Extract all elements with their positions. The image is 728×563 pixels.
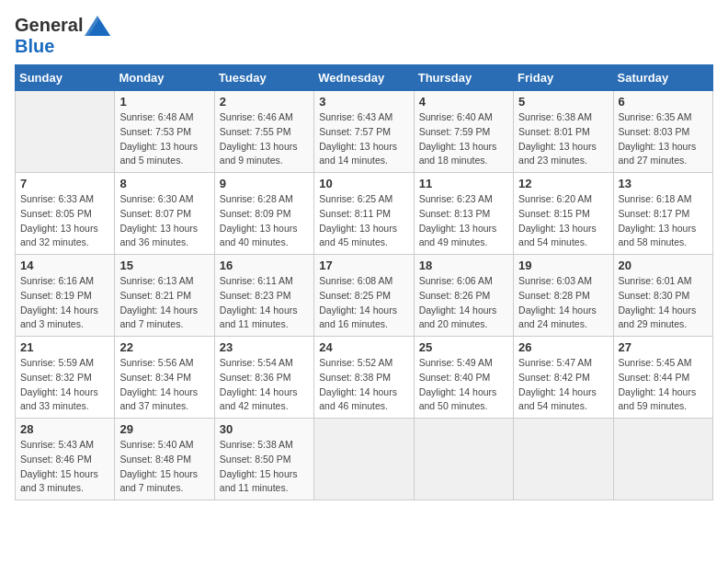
calendar-table: SundayMondayTuesdayWednesdayThursdayFrid… bbox=[15, 64, 713, 500]
day-number: 10 bbox=[319, 177, 408, 190]
day-info: Sunrise: 6:06 AMSunset: 8:26 PMDaylight:… bbox=[419, 274, 508, 332]
day-info: Sunrise: 6:20 AMSunset: 8:15 PMDaylight:… bbox=[518, 192, 608, 250]
calendar-cell: 9Sunrise: 6:28 AMSunset: 8:09 PMDaylight… bbox=[214, 173, 313, 255]
day-info: Sunrise: 6:30 AMSunset: 8:07 PMDaylight:… bbox=[119, 192, 209, 250]
calendar-week-2: 7Sunrise: 6:33 AMSunset: 8:05 PMDaylight… bbox=[16, 173, 713, 255]
calendar-cell: 11Sunrise: 6:23 AMSunset: 8:13 PMDayligh… bbox=[414, 173, 513, 255]
calendar-cell: 25Sunrise: 5:49 AMSunset: 8:40 PMDayligh… bbox=[414, 337, 513, 419]
day-header-wednesday: Wednesday bbox=[314, 65, 414, 91]
day-info: Sunrise: 5:45 AMSunset: 8:44 PMDaylight:… bbox=[619, 356, 708, 414]
calendar-week-5: 28Sunrise: 5:43 AMSunset: 8:46 PMDayligh… bbox=[16, 419, 713, 500]
calendar-cell: 10Sunrise: 6:25 AMSunset: 8:11 PMDayligh… bbox=[314, 173, 414, 255]
day-number: 9 bbox=[220, 177, 309, 190]
day-number: 6 bbox=[619, 95, 708, 109]
day-info: Sunrise: 6:25 AMSunset: 8:11 PMDaylight:… bbox=[319, 192, 408, 250]
day-number: 3 bbox=[319, 95, 408, 109]
day-number: 5 bbox=[518, 95, 608, 109]
day-number: 1 bbox=[119, 95, 209, 109]
day-number: 2 bbox=[220, 95, 309, 109]
calendar-cell: 21Sunrise: 5:59 AMSunset: 8:32 PMDayligh… bbox=[16, 337, 115, 419]
day-number: 7 bbox=[20, 177, 109, 190]
day-info: Sunrise: 5:54 AMSunset: 8:36 PMDaylight:… bbox=[220, 356, 309, 414]
calendar-header-row: SundayMondayTuesdayWednesdayThursdayFrid… bbox=[16, 65, 713, 91]
day-info: Sunrise: 6:08 AMSunset: 8:25 PMDaylight:… bbox=[319, 274, 408, 332]
calendar-cell: 18Sunrise: 6:06 AMSunset: 8:26 PMDayligh… bbox=[414, 255, 513, 337]
day-number: 22 bbox=[119, 340, 209, 354]
day-number: 29 bbox=[119, 422, 209, 436]
calendar-cell: 24Sunrise: 5:52 AMSunset: 8:38 PMDayligh… bbox=[314, 337, 414, 419]
day-info: Sunrise: 6:40 AMSunset: 7:59 PMDaylight:… bbox=[419, 110, 508, 168]
calendar-cell bbox=[613, 419, 712, 500]
day-number: 28 bbox=[20, 422, 109, 436]
day-info: Sunrise: 5:56 AMSunset: 8:34 PMDaylight:… bbox=[119, 356, 209, 414]
calendar-week-1: 1Sunrise: 6:48 AMSunset: 7:53 PMDaylight… bbox=[16, 91, 713, 173]
calendar-cell: 23Sunrise: 5:54 AMSunset: 8:36 PMDayligh… bbox=[214, 337, 313, 419]
day-header-saturday: Saturday bbox=[613, 65, 712, 91]
calendar-cell: 5Sunrise: 6:38 AMSunset: 8:01 PMDaylight… bbox=[514, 91, 613, 173]
day-info: Sunrise: 5:43 AMSunset: 8:46 PMDaylight:… bbox=[20, 438, 109, 496]
day-info: Sunrise: 5:38 AMSunset: 8:50 PMDaylight:… bbox=[220, 438, 309, 496]
calendar-cell: 2Sunrise: 6:46 AMSunset: 7:55 PMDaylight… bbox=[214, 91, 313, 173]
day-number: 30 bbox=[220, 422, 309, 436]
day-number: 14 bbox=[20, 259, 109, 272]
calendar-cell bbox=[514, 419, 613, 500]
day-header-thursday: Thursday bbox=[414, 65, 513, 91]
day-number: 27 bbox=[619, 340, 708, 354]
calendar-cell: 1Sunrise: 6:48 AMSunset: 7:53 PMDaylight… bbox=[115, 91, 214, 173]
calendar-cell: 15Sunrise: 6:13 AMSunset: 8:21 PMDayligh… bbox=[115, 255, 214, 337]
day-number: 19 bbox=[518, 259, 608, 272]
calendar-cell: 28Sunrise: 5:43 AMSunset: 8:46 PMDayligh… bbox=[16, 419, 115, 500]
calendar-cell bbox=[16, 91, 115, 173]
day-number: 11 bbox=[419, 177, 508, 190]
day-number: 4 bbox=[419, 95, 508, 109]
day-info: Sunrise: 6:16 AMSunset: 8:19 PMDaylight:… bbox=[20, 274, 109, 332]
day-info: Sunrise: 5:59 AMSunset: 8:32 PMDaylight:… bbox=[20, 356, 109, 414]
day-info: Sunrise: 6:35 AMSunset: 8:03 PMDaylight:… bbox=[619, 110, 708, 168]
calendar-cell: 7Sunrise: 6:33 AMSunset: 8:05 PMDaylight… bbox=[16, 173, 115, 255]
calendar-cell: 29Sunrise: 5:40 AMSunset: 8:48 PMDayligh… bbox=[115, 419, 214, 500]
day-header-monday: Monday bbox=[115, 65, 214, 91]
page-header: General Blue bbox=[15, 15, 713, 57]
calendar-cell: 17Sunrise: 6:08 AMSunset: 8:25 PMDayligh… bbox=[314, 255, 414, 337]
day-info: Sunrise: 6:03 AMSunset: 8:28 PMDaylight:… bbox=[518, 274, 608, 332]
day-number: 25 bbox=[419, 340, 508, 354]
calendar-cell: 4Sunrise: 6:40 AMSunset: 7:59 PMDaylight… bbox=[414, 91, 513, 173]
day-number: 26 bbox=[518, 340, 608, 354]
day-number: 23 bbox=[220, 340, 309, 354]
day-number: 8 bbox=[119, 177, 209, 190]
day-info: Sunrise: 6:38 AMSunset: 8:01 PMDaylight:… bbox=[518, 110, 608, 168]
calendar-cell: 22Sunrise: 5:56 AMSunset: 8:34 PMDayligh… bbox=[115, 337, 214, 419]
calendar-cell bbox=[314, 419, 414, 500]
calendar-cell: 19Sunrise: 6:03 AMSunset: 8:28 PMDayligh… bbox=[514, 255, 613, 337]
day-number: 16 bbox=[220, 259, 309, 272]
day-number: 21 bbox=[20, 340, 109, 354]
day-info: Sunrise: 5:52 AMSunset: 8:38 PMDaylight:… bbox=[319, 356, 408, 414]
calendar-cell: 8Sunrise: 6:30 AMSunset: 8:07 PMDaylight… bbox=[115, 173, 214, 255]
day-info: Sunrise: 6:28 AMSunset: 8:09 PMDaylight:… bbox=[220, 192, 309, 250]
logo-icon bbox=[85, 16, 110, 36]
day-info: Sunrise: 5:49 AMSunset: 8:40 PMDaylight:… bbox=[419, 356, 508, 414]
calendar-cell: 13Sunrise: 6:18 AMSunset: 8:17 PMDayligh… bbox=[613, 173, 712, 255]
calendar-cell: 26Sunrise: 5:47 AMSunset: 8:42 PMDayligh… bbox=[514, 337, 613, 419]
day-number: 20 bbox=[619, 259, 708, 272]
calendar-cell bbox=[414, 419, 513, 500]
calendar-cell: 16Sunrise: 6:11 AMSunset: 8:23 PMDayligh… bbox=[214, 255, 313, 337]
day-info: Sunrise: 6:01 AMSunset: 8:30 PMDaylight:… bbox=[619, 274, 708, 332]
day-header-tuesday: Tuesday bbox=[214, 65, 313, 91]
day-number: 13 bbox=[619, 177, 708, 190]
day-number: 17 bbox=[319, 259, 408, 272]
calendar-cell: 6Sunrise: 6:35 AMSunset: 8:03 PMDaylight… bbox=[613, 91, 712, 173]
day-number: 12 bbox=[518, 177, 608, 190]
day-info: Sunrise: 6:11 AMSunset: 8:23 PMDaylight:… bbox=[220, 274, 309, 332]
calendar-week-4: 21Sunrise: 5:59 AMSunset: 8:32 PMDayligh… bbox=[16, 337, 713, 419]
day-info: Sunrise: 6:46 AMSunset: 7:55 PMDaylight:… bbox=[220, 110, 309, 168]
day-info: Sunrise: 5:47 AMSunset: 8:42 PMDaylight:… bbox=[518, 356, 608, 414]
day-header-friday: Friday bbox=[514, 65, 613, 91]
day-number: 24 bbox=[319, 340, 408, 354]
day-info: Sunrise: 6:48 AMSunset: 7:53 PMDaylight:… bbox=[119, 110, 209, 168]
day-info: Sunrise: 6:18 AMSunset: 8:17 PMDaylight:… bbox=[619, 192, 708, 250]
calendar-cell: 12Sunrise: 6:20 AMSunset: 8:15 PMDayligh… bbox=[514, 173, 613, 255]
day-header-sunday: Sunday bbox=[16, 65, 115, 91]
day-info: Sunrise: 6:13 AMSunset: 8:21 PMDaylight:… bbox=[119, 274, 209, 332]
calendar-week-3: 14Sunrise: 6:16 AMSunset: 8:19 PMDayligh… bbox=[16, 255, 713, 337]
